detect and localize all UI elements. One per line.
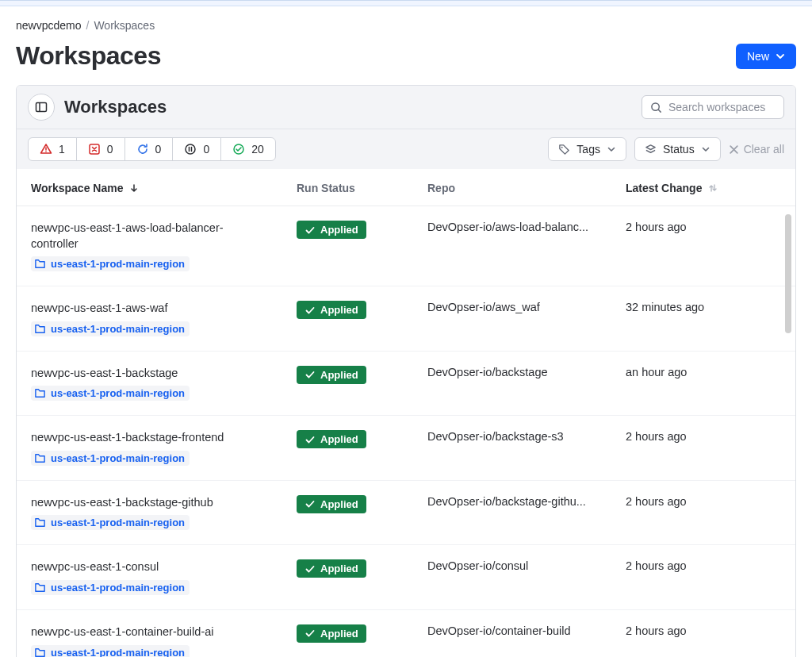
table-body: newvpc-us-east-1-aws-load-balancer-contr… (17, 206, 795, 657)
header-run-status[interactable]: Run Status (297, 182, 427, 194)
table-row[interactable]: newvpc-us-east-1-backstageus-east-1-prod… (17, 352, 795, 417)
header-latest-change-label: Latest Change (626, 182, 702, 194)
new-button-label: New (747, 50, 769, 63)
breadcrumb-root[interactable]: newvpcdemo (16, 19, 82, 32)
status-badge-label: Applied (320, 498, 358, 510)
panel-toggle-button[interactable] (28, 94, 55, 121)
clear-all-label: Clear all (744, 143, 784, 156)
table-header-row: Workspace Name Run Status Repo Latest Ch… (17, 169, 795, 206)
top-strip (0, 0, 812, 6)
clear-all-button[interactable]: Clear all (729, 143, 784, 156)
status-filter-label: Status (663, 143, 695, 156)
repo-name: DevOpser-io/backstage (427, 366, 548, 378)
check-icon (304, 498, 316, 509)
filter-running-count: 0 (155, 143, 162, 156)
sort-icon (708, 182, 718, 194)
chevron-down-icon (607, 144, 616, 154)
project-tag[interactable]: us-east-1-prod-main-region (31, 515, 190, 530)
x-icon (729, 144, 739, 155)
header-run-status-label: Run Status (297, 182, 355, 194)
project-tag[interactable]: us-east-1-prod-main-region (31, 386, 190, 401)
status-badge-label: Applied (320, 628, 358, 640)
table-row[interactable]: newvpc-us-east-1-aws-wafus-east-1-prod-m… (17, 286, 795, 352)
search-icon (650, 102, 662, 113)
scrollbar-thumb[interactable] (785, 214, 791, 333)
table-row[interactable]: newvpc-us-east-1-container-build-aius-ea… (17, 610, 795, 657)
latest-change: 2 hours ago (626, 221, 687, 233)
header-workspace-name-label: Workspace Name (31, 182, 123, 194)
header-latest-change[interactable]: Latest Change (626, 182, 781, 194)
chevron-down-icon (776, 52, 785, 61)
filter-running[interactable]: 0 (125, 138, 174, 160)
folder-icon (34, 582, 46, 594)
search-input[interactable]: Search workspaces (642, 95, 784, 119)
svg-rect-0 (36, 103, 47, 112)
table-row[interactable]: newvpc-us-east-1-backstage-frontendus-ea… (17, 416, 795, 481)
svg-point-11 (561, 146, 563, 148)
filter-applied[interactable]: 20 (221, 138, 275, 160)
status-badge-label: Applied (320, 563, 358, 574)
filter-paused-count: 0 (203, 143, 209, 156)
project-tag[interactable]: us-east-1-prod-main-region (31, 580, 190, 595)
table-row[interactable]: newvpc-us-east-1-backstage-githubus-east… (17, 481, 795, 546)
status-filter-button[interactable]: Status (634, 137, 721, 161)
filter-applied-count: 20 (251, 143, 264, 156)
svg-point-7 (186, 144, 195, 154)
table-row[interactable]: newvpc-us-east-1-aws-load-balancer-contr… (17, 206, 795, 286)
status-badge-label: Applied (320, 369, 358, 381)
folder-icon (34, 647, 46, 658)
project-tag-label: us-east-1-prod-main-region (51, 582, 185, 594)
filter-errored-count: 1 (59, 143, 65, 156)
filter-failed[interactable]: 0 (77, 138, 125, 160)
repo-name: DevOpser-io/consul (427, 559, 528, 572)
status-badge: Applied (297, 301, 366, 319)
check-circle-icon (232, 143, 245, 156)
view-title: Workspaces (64, 97, 167, 117)
project-tag[interactable]: us-east-1-prod-main-region (31, 256, 190, 271)
layers-icon (645, 144, 657, 156)
project-tag-label: us-east-1-prod-main-region (51, 387, 185, 399)
project-tag[interactable]: us-east-1-prod-main-region (31, 645, 190, 658)
folder-icon (34, 517, 46, 528)
check-icon (304, 225, 316, 236)
workspace-name: newvpc-us-east-1-aws-load-balancer-contr… (31, 221, 253, 252)
arrow-down-icon (129, 183, 139, 193)
pause-circle-icon (184, 143, 197, 156)
folder-icon (34, 323, 46, 335)
latest-change: an hour ago (626, 366, 687, 378)
project-tag-label: us-east-1-prod-main-region (51, 647, 185, 658)
breadcrumb: newvpcdemo / Workspaces (16, 19, 796, 32)
check-icon (304, 305, 316, 316)
latest-change: 2 hours ago (626, 559, 687, 572)
svg-line-3 (658, 110, 661, 112)
breadcrumb-current: Workspaces (94, 19, 155, 32)
tags-filter-label: Tags (576, 143, 600, 156)
status-badge: Applied (297, 624, 366, 643)
check-icon (304, 563, 316, 574)
tag-icon (558, 144, 570, 156)
folder-icon (34, 452, 46, 464)
refresh-icon (136, 143, 149, 156)
status-badge: Applied (297, 430, 366, 448)
workspace-name: newvpc-us-east-1-consul (31, 559, 159, 575)
project-tag-label: us-east-1-prod-main-region (51, 452, 185, 464)
workspace-name: newvpc-us-east-1-aws-waf (31, 301, 167, 317)
workspace-name: newvpc-us-east-1-container-build-ai (31, 624, 214, 640)
project-tag[interactable]: us-east-1-prod-main-region (31, 321, 190, 336)
filter-failed-count: 0 (107, 143, 113, 156)
new-button[interactable]: New (736, 44, 796, 69)
header-repo[interactable]: Repo (427, 182, 626, 194)
folder-icon (34, 258, 46, 270)
status-badge-label: Applied (320, 304, 358, 316)
workspaces-view: Workspaces Search workspaces 1 (16, 85, 796, 657)
project-tag[interactable]: us-east-1-prod-main-region (31, 451, 190, 466)
svg-point-5 (45, 151, 47, 152)
tags-filter-button[interactable]: Tags (548, 137, 626, 161)
status-badge: Applied (297, 495, 366, 513)
header-workspace-name[interactable]: Workspace Name (31, 182, 297, 194)
filter-errored[interactable]: 1 (29, 138, 77, 160)
latest-change: 2 hours ago (626, 624, 687, 637)
table-row[interactable]: newvpc-us-east-1-consulus-east-1-prod-ma… (17, 545, 795, 610)
alert-triangle-icon (40, 143, 52, 156)
filter-paused[interactable]: 0 (173, 138, 221, 160)
